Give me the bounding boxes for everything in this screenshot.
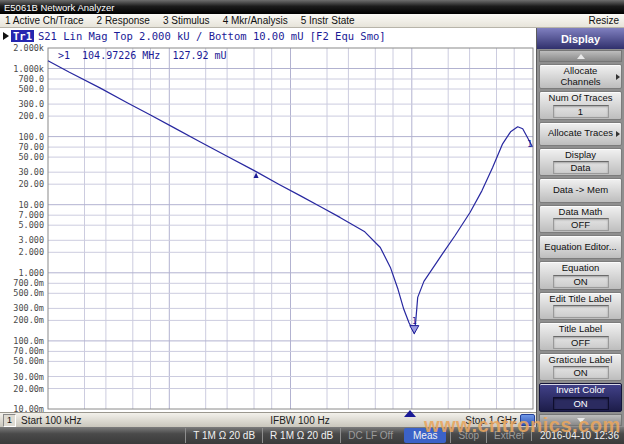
menu-item-5[interactable]: 5 Instr State [301,15,355,26]
status-segments: T 1M Ω 20 dBR 1M Ω 20 dBDC LF OffMeasSto… [185,428,531,443]
softkey-value: Data [553,161,609,174]
softkey-value [553,305,609,318]
status-segment-dc-lf-off: DC LF Off [340,428,400,443]
trace-settings-text: S21 Lin Mag Top 2.000 kU / Bottom 10.00 … [38,30,386,42]
trace-info-bar: Tr1 S21 Lin Mag Top 2.000 kU / Bottom 10… [0,28,536,44]
start-frequency-label[interactable]: Start 100 kHz [21,415,82,426]
softkey-sidebar: Display Allocate ChannelsNum Of Traces1A… [536,28,624,427]
submenu-arrow-icon [616,74,620,80]
y-tick-label: 10.00 [18,200,44,210]
menu-items: 1 Active Ch/Trace2 Response3 Stimulus4 M… [5,15,355,26]
active-trace-arrow-icon [3,32,9,40]
softkey-menu-title: Display [537,28,624,49]
softkey-value: OFF [553,336,609,349]
softkey-label: Display [565,150,596,161]
y-tick-label: 2.000 [18,247,44,257]
softkey-label: Allocate Channels [543,66,618,87]
y-tick-label: 700.0m [13,278,44,288]
y-tick-label: 50.00m [13,356,44,366]
menu-item-2[interactable]: 2 Response [97,15,150,26]
softkey-scroll-up[interactable] [539,50,622,62]
status-segment-t-1m-20-db: T 1M Ω 20 dB [185,428,262,443]
softkey-display[interactable]: DisplayData [539,148,622,177]
softkey-allocate-channels[interactable]: Allocate Channels [539,64,622,89]
softkey-label: Title Label [559,324,602,335]
stop-frequency-label[interactable]: Stop 1 GHz [465,415,517,426]
status-segment-r-1m-20-db: R 1M Ω 20 dB [262,428,340,443]
softkey-data-mem[interactable]: Data -> Mem [539,178,622,202]
trace-tag[interactable]: Tr1 [11,30,34,42]
softkey-value: ON [553,366,609,379]
menu-item-4[interactable]: 4 Mkr/Analysis [223,15,288,26]
menu-item-3[interactable]: 3 Stimulus [163,15,210,26]
softkey-data-math[interactable]: Data MathOFF [539,205,622,234]
marker-stimulus-triangle-icon[interactable] [404,410,416,417]
measurement-plot: 2.000k1.000k700.0500.0300.0200.0100.070.… [0,44,536,414]
y-tick-label: 20.00m [13,384,44,394]
y-tick-label: 1.000 [18,268,44,278]
marker-1-icon[interactable] [410,326,419,334]
y-tick-label: 200.0 [18,111,44,121]
scroll-up-icon [577,54,585,59]
softkey-label: Equation Editor... [544,242,616,253]
title-bar: E5061B Network Analyzer [0,0,624,14]
stimulus-bar: 1 Start 100 kHz IFBW 100 Hz Stop 1 GHz [0,412,538,427]
window-title: E5061B Network Analyzer [4,2,114,13]
y-tick-label: 1.000k [13,64,44,74]
softkey-label: Data Math [559,207,603,218]
menu-item-1[interactable]: 1 Active Ch/Trace [5,15,84,26]
y-tick-label: 3.000 [18,235,44,245]
y-tick-label: 7.000 [18,210,44,220]
softkey-value: ON [553,275,609,288]
scroll-down-icon [577,418,585,423]
y-tick-label: 50.00 [18,152,44,162]
entry-indicator-icon [520,414,535,426]
softkey-label: Equation [562,263,600,274]
y-tick-label: 20.00 [18,179,44,189]
softkey-value: ON [553,397,609,410]
y-tick-label: 300.0m [13,303,44,313]
marker-readout: >1 104.97226 MHz 127.92 mU [58,50,227,61]
channel-number-box: 1 [3,414,16,427]
softkey-title-label[interactable]: Title LabelOFF [539,322,622,351]
status-segment-extref: ExtRef [486,428,531,443]
y-tick-label: 200.0m [13,315,44,325]
ifbw-label[interactable]: IFBW 100 Hz [270,415,329,426]
softkey-label: Graticule Label [549,355,613,366]
y-tick-label: 70.00 [18,142,44,152]
softkey-label: Edit Title Label [549,294,611,305]
y-tick-label: 2.000k [13,44,44,53]
y-tick-label: 500.0 [18,84,44,94]
softkey-equation[interactable]: EquationON [539,261,622,290]
softkey-allocate-traces[interactable]: Allocate Traces [539,122,622,146]
softkey-scroll-down[interactable] [539,414,622,426]
marker-1-number: 1 [412,317,417,326]
status-segment-meas: Meas [404,428,446,443]
y-tick-label: 30.00 [18,167,44,177]
status-datetime: 2016-04-10 12:36 [531,430,621,441]
softkey-label: Data -> Mem [553,185,608,196]
y-tick-label: 5.000 [18,220,44,230]
softkey-edit-title-label[interactable]: Edit Title Label [539,292,622,321]
y-tick-label: 100.0 [18,132,44,142]
instrument-status-bar: T 1M Ω 20 dBR 1M Ω 20 dBDC LF OffMeasSto… [0,427,624,444]
softkey-label: Allocate Traces [548,128,613,139]
y-tick-label: 700.0 [18,74,44,84]
softkey-invert-color[interactable]: Invert ColorON [539,383,622,412]
softkey-label: Invert Color [556,385,605,396]
y-tick-label: 500.0m [13,288,44,298]
softkey-value: 1 [553,105,609,118]
softkey-value: OFF [553,218,609,231]
softkey-label: Num Of Traces [549,93,613,104]
softkey-num-of-traces[interactable]: Num Of Traces1 [539,91,622,120]
trace-number-label: 1 [527,139,532,149]
softkey-equation-editor-[interactable]: Equation Editor... [539,235,622,259]
y-tick-label: 70.00m [13,346,44,356]
y-tick-label: 100.0m [13,336,44,346]
submenu-arrow-icon [616,131,620,137]
instrument-screen: E5061B Network Analyzer 1 Active Ch/Trac… [0,0,624,444]
resize-button[interactable]: Resize [588,15,619,26]
softkey-graticule-label[interactable]: Graticule LabelON [539,353,622,382]
softkey-list: Allocate ChannelsNum Of Traces1Allocate … [537,63,624,413]
y-tick-label: 300.0 [18,99,44,109]
